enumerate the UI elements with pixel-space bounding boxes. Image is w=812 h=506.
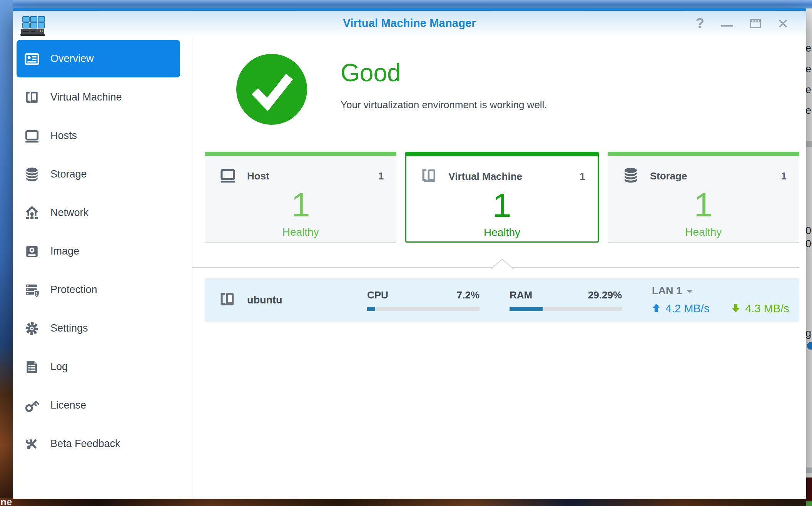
cpu-metric: CPU 7.2%	[367, 289, 480, 311]
background-wallpaper-patch	[806, 478, 812, 501]
card-title: Host	[247, 170, 269, 182]
lan-selector[interactable]: LAN 1	[652, 285, 789, 297]
background-text: e	[806, 42, 811, 54]
download-rate: 4.3 MB/s	[745, 302, 789, 315]
sidebar-item-label: Network	[50, 207, 89, 219]
virtual-machine-icon	[219, 290, 236, 310]
card-header: Host 1	[205, 156, 396, 186]
sidebar-item-label: Overview	[50, 53, 94, 65]
license-icon	[23, 397, 40, 414]
sidebar-item-label: Settings	[50, 322, 88, 334]
sidebar-item-protection[interactable]: Protection	[17, 271, 180, 308]
cpu-usage-bar-fill	[367, 307, 375, 311]
sidebar-item-image[interactable]: Image	[17, 233, 180, 270]
ram-usage-bar-fill	[510, 307, 543, 311]
titlebar[interactable]: Virtual Machine Manager ?	[13, 11, 806, 37]
ram-metric: RAM 29.29%	[510, 289, 622, 311]
card-count: 1	[781, 170, 787, 182]
sidebar-item-label: Image	[50, 245, 79, 257]
window-controls: ?	[695, 17, 789, 30]
card-host[interactable]: Host 1 1 Healthy	[205, 152, 396, 243]
sidebar-item-label: License	[50, 399, 86, 411]
virtual-machine-icon	[23, 89, 40, 106]
sidebar-item-label: Hosts	[50, 130, 77, 142]
ram-value: 29.29%	[588, 289, 622, 301]
card-top-accent	[205, 152, 396, 156]
card-state: Healthy	[608, 226, 799, 238]
settings-icon	[23, 320, 40, 337]
vmm-window: Virtual Machine Manager ?	[13, 8, 806, 499]
detail-divider	[192, 267, 799, 268]
card-top-accent	[406, 153, 597, 156]
hosts-icon	[23, 128, 40, 144]
background-text: e	[806, 63, 811, 75]
sidebar-item-log[interactable]: Log	[17, 348, 180, 385]
cpu-label: CPU	[367, 289, 388, 301]
card-state: Healthy	[406, 226, 597, 239]
background-blue-button	[807, 342, 812, 350]
upload-arrow-icon	[652, 302, 660, 315]
sidebar-item-license[interactable]: License	[17, 387, 180, 424]
log-icon	[23, 359, 40, 375]
card-value: 1	[608, 188, 799, 222]
status-text: Good Your virtualization environment is …	[341, 53, 547, 111]
card-storage[interactable]: Storage 1 1 Healthy	[608, 152, 799, 243]
sidebar-item-label: Beta Feedback	[50, 438, 120, 450]
health-status: Good Your virtualization environment is …	[235, 53, 806, 127]
card-title: Storage	[650, 170, 687, 182]
maximize-icon[interactable]	[750, 17, 761, 30]
card-value: 1	[406, 188, 597, 222]
sidebar-item-label: Log	[50, 361, 68, 373]
upload-rate: 4.2 MB/s	[665, 302, 709, 315]
sidebar-item-storage[interactable]: Storage	[17, 156, 180, 193]
image-icon	[23, 243, 40, 260]
sidebar: Overview Virtual Machine	[13, 37, 192, 499]
sidebar-item-overview[interactable]: Overview	[17, 40, 180, 77]
storage-icon	[23, 166, 40, 183]
card-header: Virtual Machine 1	[406, 156, 597, 186]
sidebar-item-label: Storage	[50, 168, 87, 180]
cpu-usage-bar	[367, 307, 480, 311]
sidebar-item-label: Virtual Machine	[50, 91, 122, 103]
storage-icon	[622, 166, 640, 186]
window-title: Virtual Machine Manager	[13, 17, 806, 30]
download-arrow-icon	[732, 302, 740, 315]
network-throughput: 4.2 MB/s 4.3 MB/s	[652, 302, 789, 315]
background-text: e	[806, 105, 811, 117]
background-wallpaper-patch	[806, 501, 812, 506]
desktop-wallpaper-bottom: ne	[0, 498, 812, 506]
card-virtual-machine[interactable]: Virtual Machine 1 1 Healthy	[405, 152, 598, 243]
card-count: 1	[378, 170, 384, 182]
background-divider	[806, 467, 812, 473]
sidebar-item-hosts[interactable]: Hosts	[17, 117, 180, 154]
caret-up-icon	[490, 258, 514, 270]
ram-label: RAM	[510, 289, 532, 301]
vm-name: ubuntu	[247, 294, 282, 306]
sidebar-item-network[interactable]: Network	[17, 194, 180, 231]
minimize-icon[interactable]	[721, 17, 733, 30]
desktop-wallpaper-left	[0, 0, 13, 506]
protection-icon	[23, 282, 40, 298]
host-icon	[219, 166, 237, 186]
background-divider	[806, 141, 812, 147]
sidebar-item-beta-feedback[interactable]: Beta Feedback	[17, 425, 180, 462]
sidebar-item-virtual-machine[interactable]: Virtual Machine	[17, 79, 180, 116]
virtual-machine-icon	[420, 167, 438, 186]
background-window-sliver: e e e e 00 00 g m	[806, 8, 812, 506]
close-icon[interactable]	[778, 17, 789, 30]
vm-list-row-ubuntu[interactable]: ubuntu CPU 7.2% RAM 29.29%	[205, 278, 799, 322]
help-icon[interactable]: ?	[695, 17, 704, 30]
background-text: g	[806, 327, 811, 339]
chevron-down-icon	[687, 290, 693, 293]
sidebar-item-settings[interactable]: Settings	[17, 310, 180, 347]
network-metric: LAN 1 4.2 MB/s	[652, 285, 789, 315]
desktop-wallpaper-top	[0, 0, 812, 8]
status-headline: Good	[341, 60, 547, 85]
card-count: 1	[580, 171, 585, 183]
status-message: Your virtualization environment is worki…	[341, 99, 547, 111]
overview-icon	[23, 51, 40, 67]
sidebar-item-label: Protection	[50, 284, 97, 296]
network-icon	[23, 205, 40, 221]
background-text: 00	[806, 238, 812, 250]
background-text: e	[806, 84, 811, 96]
